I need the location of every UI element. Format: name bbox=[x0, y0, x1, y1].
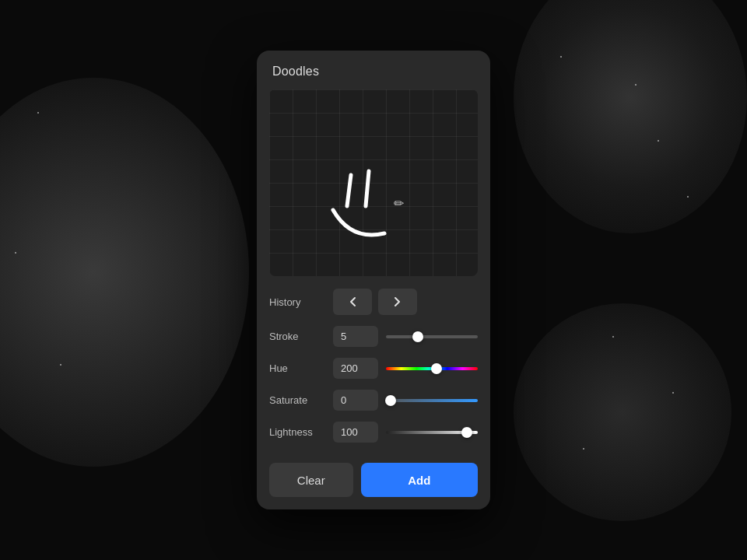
lightness-slider[interactable] bbox=[386, 431, 478, 434]
hue-value[interactable]: 200 bbox=[333, 358, 378, 379]
history-row: History bbox=[269, 289, 478, 315]
hue-thumb[interactable] bbox=[431, 363, 442, 374]
history-buttons bbox=[333, 289, 417, 315]
stroke-label: Stroke bbox=[269, 331, 325, 342]
history-next-button[interactable] bbox=[378, 289, 417, 315]
stroke-row: Stroke 5 bbox=[269, 326, 478, 347]
bottom-buttons: Clear Add bbox=[257, 453, 490, 509]
panel-title: Doodles bbox=[257, 51, 490, 89]
saturate-value[interactable]: 0 bbox=[333, 390, 378, 411]
doodles-panel: Doodles ✏ History bbox=[257, 51, 490, 509]
pen-cursor-icon: ✏ bbox=[394, 196, 408, 210]
saturate-label: Saturate bbox=[269, 394, 325, 406]
lightness-row: Lightness 100 bbox=[269, 422, 478, 443]
stroke-thumb[interactable] bbox=[412, 331, 423, 342]
lightness-label: Lightness bbox=[269, 426, 325, 438]
stroke-value[interactable]: 5 bbox=[333, 326, 378, 347]
saturate-row: Saturate 0 bbox=[269, 390, 478, 411]
stroke-slider[interactable] bbox=[386, 335, 478, 338]
hue-slider[interactable] bbox=[386, 367, 478, 370]
hue-row: Hue 200 bbox=[269, 358, 478, 379]
history-prev-button[interactable] bbox=[333, 289, 372, 315]
drawing-svg bbox=[269, 89, 478, 276]
drawing-canvas[interactable]: ✏ bbox=[269, 89, 478, 276]
saturate-thumb[interactable] bbox=[385, 395, 396, 406]
saturate-slider[interactable] bbox=[386, 399, 478, 402]
hue-label: Hue bbox=[269, 362, 325, 374]
lightness-value[interactable]: 100 bbox=[333, 422, 378, 443]
add-button[interactable]: Add bbox=[361, 463, 479, 497]
history-label: History bbox=[269, 296, 325, 308]
lightness-thumb[interactable] bbox=[461, 427, 472, 438]
clear-button[interactable]: Clear bbox=[269, 463, 353, 497]
controls-section: History Stroke 5 bbox=[257, 289, 490, 443]
